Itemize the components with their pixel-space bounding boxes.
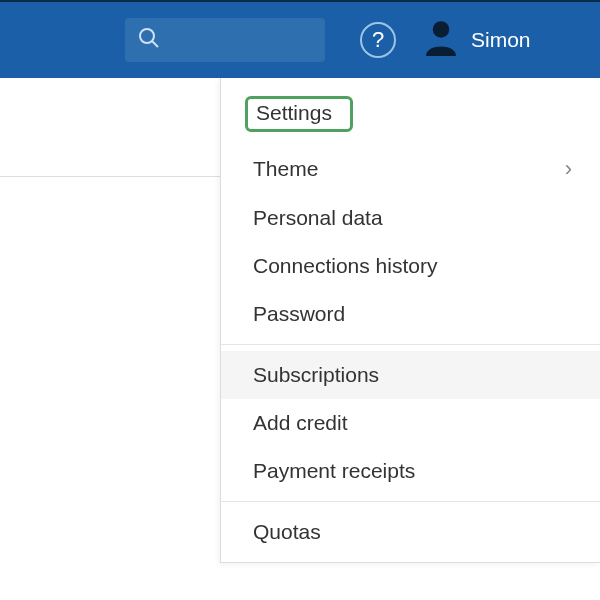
svg-point-0	[140, 29, 154, 43]
menu-item-label: Quotas	[253, 520, 321, 544]
menu-item-add-credit[interactable]: Add credit	[221, 399, 600, 447]
menu-item-label: Subscriptions	[253, 363, 379, 387]
help-button[interactable]: ?	[360, 22, 396, 58]
menu-item-label: Connections history	[253, 254, 437, 278]
top-bar: ? Simon	[0, 0, 600, 78]
menu-item-label: Theme	[253, 157, 318, 181]
menu-item-connections-history[interactable]: Connections history	[221, 242, 600, 290]
menu-item-quotas[interactable]: Quotas	[221, 508, 600, 556]
menu-group: Quotas	[221, 502, 600, 562]
divider	[0, 176, 220, 177]
menu-item-label: Add credit	[253, 411, 348, 435]
search-field[interactable]	[169, 31, 369, 49]
menu-item-label: Personal data	[253, 206, 383, 230]
user-dropdown-menu: Settings Theme › Personal data Connectio…	[220, 78, 600, 563]
svg-point-2	[433, 21, 449, 37]
menu-item-label: Payment receipts	[253, 459, 415, 483]
menu-item-settings[interactable]: Settings	[221, 84, 600, 144]
search-input[interactable]	[125, 18, 325, 62]
username-label[interactable]: Simon	[471, 28, 531, 52]
menu-item-label: Settings	[245, 96, 353, 132]
chevron-right-icon: ›	[565, 156, 572, 182]
help-icon: ?	[372, 27, 384, 53]
person-icon	[422, 18, 460, 60]
avatar[interactable]	[421, 20, 461, 60]
menu-group: Settings Theme › Personal data Connectio…	[221, 78, 600, 345]
search-icon	[137, 26, 161, 54]
menu-item-theme[interactable]: Theme ›	[221, 144, 600, 194]
menu-item-payment-receipts[interactable]: Payment receipts	[221, 447, 600, 495]
menu-group: Subscriptions Add credit Payment receipt…	[221, 345, 600, 502]
menu-item-label: Password	[253, 302, 345, 326]
svg-line-1	[152, 41, 158, 47]
menu-item-password[interactable]: Password	[221, 290, 600, 338]
menu-item-subscriptions[interactable]: Subscriptions	[221, 351, 600, 399]
menu-item-personal-data[interactable]: Personal data	[221, 194, 600, 242]
